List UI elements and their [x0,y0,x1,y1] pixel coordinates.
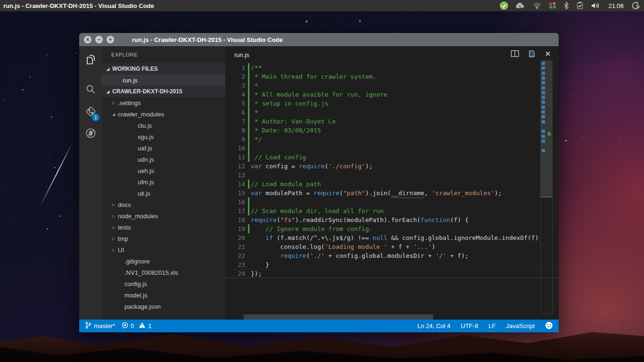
code-line-2[interactable]: 2 * Main thread for crawler system. [225,72,559,81]
split-editor-icon[interactable] [511,50,520,59]
workspaces-color-icon[interactable] [549,1,556,10]
code-line-5[interactable]: 5 * setup in config.js [225,99,559,108]
close-button[interactable]: × [84,36,91,43]
updates-clipboard-icon[interactable] [576,1,584,10]
feedback-smiley-icon[interactable] [545,321,553,331]
clock[interactable]: 21:06 [608,2,624,9]
folder-.settings[interactable]: ▷.settings [102,97,225,108]
system-top-panel: run.js - Crawler-DKXT-DH-2015 - Visual S… [0,0,644,11]
modified-line-indicator [248,224,249,233]
vertical-scrollbar[interactable] [540,60,553,314]
code-line-11[interactable]: 11 // Load config [225,153,559,162]
code-line-13[interactable]: 13 [225,171,559,180]
volume-icon[interactable] [591,1,600,10]
modified-line-indicator [248,117,249,126]
code-line-19[interactable]: 19 // Ignore module from config. [225,224,559,233]
file-udn.js[interactable]: udn.js [102,154,225,165]
warning-count[interactable]: 1 [139,322,151,330]
status-language-mode[interactable]: JavaScript [506,322,535,329]
folder-UI[interactable]: ▷UI [102,244,225,255]
code-line-8[interactable]: 8 * Date: 03/08/2015 [225,126,559,135]
cloud-sync-icon[interactable] [515,1,525,10]
modified-line-indicator [248,99,249,108]
ruler-mark-modified [542,110,545,114]
code-line-4[interactable]: 4 * All module avaible for run, ignore [225,90,559,99]
file-model.js[interactable]: model.js [102,289,225,301]
code-line-1[interactable]: 1/** [225,63,559,72]
status-check-icon[interactable] [500,1,508,10]
token: modulePath = [262,189,314,197]
session-power-icon[interactable] [632,1,640,10]
modified-line-indicator [248,108,249,117]
status-encoding[interactable]: UTF-8 [461,322,478,329]
file-ctu.js[interactable]: ctu.js [102,120,225,131]
code-line-3[interactable]: 3 * [225,81,559,90]
activity-item-git[interactable]: 1 [79,102,102,123]
token: console.log( [251,243,325,250]
code-line-6[interactable]: 6 * [225,108,559,117]
folder-docs[interactable]: ▷docs [102,199,225,210]
code-line-23[interactable]: 23 } [225,260,559,269]
file-label: ueh.js [138,167,154,174]
status-cursor-position[interactable]: Ln 24, Col 4 [417,322,450,329]
code-line-7[interactable]: 7 * Author: Van-Duyet Le [225,117,559,126]
file-.NV1_03082015.xls[interactable]: .NV1_03082015.xls [102,267,225,278]
maximize-button[interactable]: + [107,36,114,43]
window-titlebar[interactable]: ×−+ run.js - Crawler-DKXT-DH-2015 - Visu… [79,33,559,46]
ruler-mark-modified [542,149,545,152]
minimize-button[interactable]: − [95,36,103,43]
file-ufm.js[interactable]: ufm.js [102,176,225,188]
close-editor-icon[interactable] [545,50,551,59]
code-line-20[interactable]: 20 if (f.match(/^.+\.js$/g) !== null && … [225,233,559,242]
folder-crawler_modules[interactable]: ◢crawler_modules [102,108,225,120]
code-line-22[interactable]: 22 require('./' + config.global.modulesD… [225,251,559,260]
wifi-icon[interactable] [532,1,542,10]
code-area[interactable]: 1/**2 * Main thread for crawler system.3… [225,63,559,320]
code-text: * Date: 03/08/2015 [251,126,321,135]
code-line-16[interactable]: 16 [225,197,559,206]
working-file-run.js[interactable]: run.js [102,74,225,86]
file-label: uit.js [138,190,150,197]
folder-tests[interactable]: ▷tests [102,222,225,233]
activity-item-search[interactable] [79,80,102,100]
working-files-header[interactable]: ◢WORKING FILES [102,63,225,74]
status-right: Ln 24, Col 4UTF-8LFJavaScript [417,321,553,331]
code-line-18[interactable]: 18require("fs").readdirSync(modulePath).… [225,215,559,224]
code-line-21[interactable]: 21 console.log('Loading module ' + f + '… [225,242,559,251]
file-sgu.js[interactable]: sgu.js [102,131,225,142]
file-config.js[interactable]: config.js [102,278,225,289]
preview-icon[interactable] [528,50,537,60]
activity-item-debug[interactable] [79,123,102,144]
code-line-24[interactable]: 24}); [225,269,559,278]
code-line-14[interactable]: 14// Load module path [225,180,559,189]
modified-line-indicator [248,90,249,99]
file-package.json[interactable]: package.json [102,301,225,312]
code-line-10[interactable]: 10 [225,144,559,153]
code-line-9[interactable]: 9 */ [225,135,559,144]
folder-node_modules[interactable]: ▷node_modules [102,210,225,222]
horizontal-scrollbar[interactable] [244,314,433,320]
file-label: package.json [124,303,161,310]
error-count[interactable]: 0 [122,322,134,330]
git-branch-status[interactable]: master* [85,321,115,330]
line-number: 7 [225,117,245,126]
file-label: sgu.js [138,133,154,140]
file-ueh.js[interactable]: ueh.js [102,165,225,176]
code-line-15[interactable]: 15var modulePath = require("path").join(… [225,189,559,197]
file-label: .gitignore [124,258,149,265]
project-root-header[interactable]: ◢CRAWLER-DKXT-DH-2015 [102,86,225,97]
gutter-spacer [248,171,249,180]
token: "fs" [281,216,295,223]
activity-item-explorer[interactable] [79,50,102,71]
code-line-12[interactable]: 12var config = require('./config'); [225,162,559,171]
tab-run-js[interactable]: run.js [234,51,249,58]
file-.gitignore[interactable]: .gitignore [102,255,225,267]
folder-tmp[interactable]: ▷tmp [102,233,225,244]
token: '...' [413,243,431,250]
file-label: uaf.js [138,145,152,152]
status-eol[interactable]: LF [488,322,495,329]
file-uaf.js[interactable]: uaf.js [102,142,225,154]
file-uit.js[interactable]: uit.js [102,188,225,199]
bluetooth-icon[interactable] [563,1,569,10]
code-line-17[interactable]: 17// Scan module dir, load all for run [225,206,559,215]
